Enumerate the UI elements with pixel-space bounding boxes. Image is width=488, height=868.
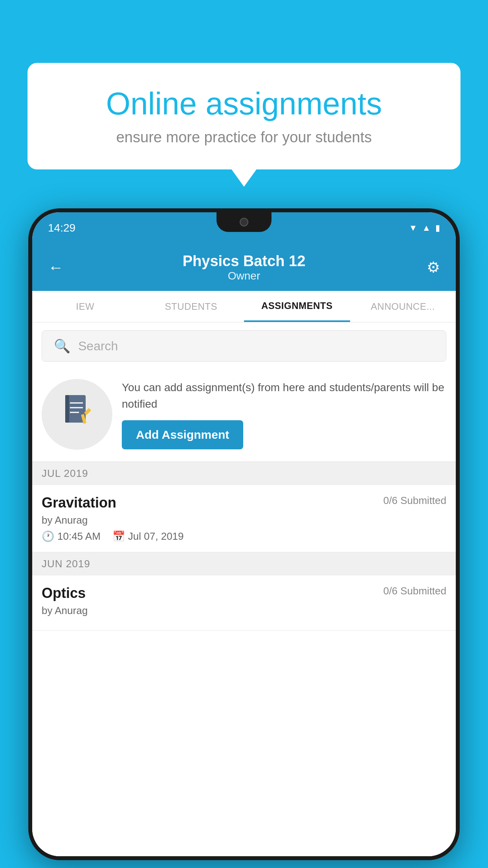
phone-screen: 14:29 ▼ ▲ ▮ ← Physics Batch 12 Owner ⚙ I…	[32, 212, 456, 856]
battery-icon: ▮	[435, 223, 440, 233]
assignment-top-optics: Optics 0/6 Submitted	[42, 585, 446, 601]
header-subtitle: Owner	[183, 270, 306, 282]
calendar-icon: 📅	[112, 530, 125, 542]
month-header-jul: JUL 2019	[32, 462, 456, 485]
assignment-date: Jul 07, 2019	[128, 530, 184, 542]
assignment-top-gravitation: Gravitation 0/6 Submitted	[42, 495, 446, 511]
phone-content: 🔍 Search	[32, 322, 456, 856]
header-title: Physics Batch 12	[183, 253, 306, 270]
assignment-meta-gravitation: 🕐 10:45 AM 📅 Jul 07, 2019	[42, 530, 446, 542]
assignment-date-item: 📅 Jul 07, 2019	[112, 530, 184, 542]
search-bar-wrap: 🔍 Search	[32, 322, 456, 370]
tab-assignments-label: ASSIGNMENTS	[261, 300, 333, 311]
phone-frame: 14:29 ▼ ▲ ▮ ← Physics Batch 12 Owner ⚙ I…	[28, 208, 460, 860]
promo-icon-circle	[42, 379, 112, 450]
back-button[interactable]: ←	[48, 259, 64, 276]
search-bar[interactable]: 🔍 Search	[42, 330, 446, 362]
add-assignment-button[interactable]: Add Assignment	[122, 420, 243, 449]
assignment-by-optics: by Anurag	[42, 605, 446, 617]
tab-students-label: STUDENTS	[165, 301, 217, 312]
add-assignment-promo: You can add assignment(s) from here and …	[32, 370, 456, 462]
search-placeholder: Search	[78, 339, 118, 353]
status-bar: 14:29 ▼ ▲ ▮	[32, 212, 456, 244]
speech-bubble-container: Online assignments ensure more practice …	[28, 63, 460, 169]
notebook-icon	[61, 393, 93, 436]
wifi-icon: ▼	[409, 223, 417, 233]
speech-bubble: Online assignments ensure more practice …	[28, 63, 460, 169]
tab-assignments[interactable]: ASSIGNMENTS	[244, 291, 350, 322]
month-label-jul: JUL 2019	[42, 467, 88, 479]
clock-icon: 🕐	[42, 530, 54, 542]
tab-announcements[interactable]: ANNOUNCE...	[350, 291, 456, 322]
signal-icon: ▲	[422, 223, 431, 233]
bubble-title: Online assignments	[55, 86, 433, 121]
app-header: ← Physics Batch 12 Owner ⚙	[32, 244, 456, 291]
assignment-submitted-optics: 0/6 Submitted	[383, 585, 446, 597]
assignment-time-item: 🕐 10:45 AM	[42, 530, 101, 542]
status-icons: ▼ ▲ ▮	[409, 223, 440, 233]
tab-iew[interactable]: IEW	[32, 291, 138, 322]
assignment-name-gravitation: Gravitation	[42, 495, 116, 511]
month-header-jun: JUN 2019	[32, 552, 456, 576]
assignment-optics[interactable]: Optics 0/6 Submitted by Anurag	[32, 576, 456, 631]
promo-text: You can add assignment(s) from here and …	[122, 379, 446, 412]
promo-right: You can add assignment(s) from here and …	[122, 379, 446, 449]
front-camera	[240, 218, 248, 226]
assignment-name-optics: Optics	[42, 585, 86, 601]
tab-announcements-label: ANNOUNCE...	[371, 301, 435, 312]
tabs-bar: IEW STUDENTS ASSIGNMENTS ANNOUNCE...	[32, 291, 456, 322]
settings-icon[interactable]: ⚙	[427, 259, 440, 276]
search-icon: 🔍	[54, 338, 70, 354]
notch	[216, 212, 272, 232]
bubble-subtitle: ensure more practice for your students	[55, 129, 433, 146]
assignment-time: 10:45 AM	[57, 530, 101, 542]
assignment-gravitation[interactable]: Gravitation 0/6 Submitted by Anurag 🕐 10…	[32, 485, 456, 552]
assignment-by-gravitation: by Anurag	[42, 514, 446, 526]
tab-iew-label: IEW	[76, 301, 94, 312]
assignment-submitted-gravitation: 0/6 Submitted	[383, 495, 446, 507]
month-label-jun: JUN 2019	[42, 558, 90, 570]
svg-rect-1	[65, 395, 69, 423]
status-time: 14:29	[48, 222, 75, 234]
header-title-block: Physics Batch 12 Owner	[183, 253, 306, 282]
tab-students[interactable]: STUDENTS	[138, 291, 244, 322]
